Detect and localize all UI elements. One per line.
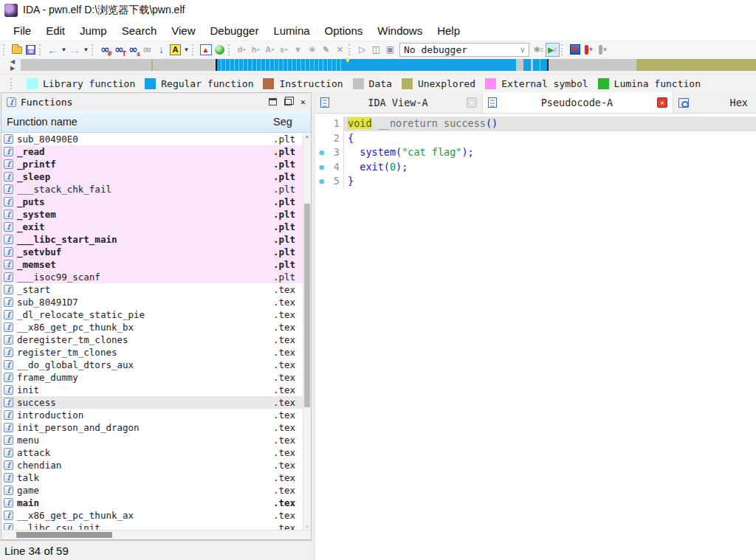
search-next-icon[interactable]: ∞ xyxy=(140,43,154,57)
menu-item-search[interactable]: Search xyxy=(114,23,165,38)
function-row-start[interactable]: f_start.text xyxy=(1,283,303,296)
band-right-arrow-icon[interactable]: ▶ xyxy=(10,65,15,72)
pseudocode-pane[interactable]: 1void __noreturn success()2{●3 system("c… xyxy=(315,114,756,560)
column-segment[interactable]: Seg xyxy=(273,116,292,128)
debugger-selector[interactable]: No debugger ∨ xyxy=(399,43,529,57)
function-row-success[interactable]: fsuccess.text xyxy=(1,396,303,409)
add-breakpoint-icon[interactable]: + xyxy=(582,43,596,57)
toolbar-grip[interactable] xyxy=(561,44,566,55)
create-function-icon[interactable]: ✳ xyxy=(305,43,319,57)
search-bytes-icon[interactable]: ∞s xyxy=(126,43,140,57)
menu-item-edit[interactable]: Edit xyxy=(38,23,72,38)
create-string-icon[interactable]: s+ xyxy=(277,43,291,57)
function-row-deregister-tm-clones[interactable]: fderegister_tm_clones.text xyxy=(1,333,303,346)
function-row-read[interactable]: f_read.plt xyxy=(1,145,303,158)
function-row-x86-get-pc-thunk-bx[interactable]: f__x86_get_pc_thunk_bx.text xyxy=(1,321,303,333)
toolbar-grip[interactable] xyxy=(39,44,44,55)
breakpoint-dot-icon[interactable]: ● xyxy=(315,145,328,160)
jump-to-address-icon[interactable]: ↓ xyxy=(154,43,168,57)
function-row-main[interactable]: fmain.text xyxy=(1,497,303,509)
function-row-menu[interactable]: fmenu.text xyxy=(1,434,303,446)
float-panel-icon[interactable] xyxy=(284,99,292,106)
function-row-libc-start-main[interactable]: f___libc_start_main.plt xyxy=(1,233,303,246)
function-row-isoc99-scanf[interactable]: f___isoc99_scanf.plt xyxy=(1,271,303,283)
forward-history-dropdown-icon[interactable]: ▼ xyxy=(82,43,90,57)
function-row-libc-csu-init[interactable]: f__libc_csu_init.text xyxy=(1,522,303,530)
function-row-dl-relocate-static-pie[interactable]: f_dl_relocate_static_pie.text xyxy=(1,308,303,321)
menu-item-jump[interactable]: Jump xyxy=(72,23,114,38)
function-row-frame-dummy[interactable]: fframe_dummy.text xyxy=(1,371,303,384)
close-panel-icon[interactable]: ✕ xyxy=(300,97,306,107)
toolbar-grip[interactable] xyxy=(3,44,7,55)
column-function-name[interactable]: Function name xyxy=(7,116,78,128)
set-color-icon[interactable]: A xyxy=(168,43,182,57)
horizontal-scrollbar-thumb[interactable] xyxy=(16,532,112,538)
attach-to-process-icon[interactable]: ✱c xyxy=(532,43,546,57)
function-row-sleep[interactable]: f_sleep.plt xyxy=(1,170,303,183)
function-row-printf[interactable]: f_printf.plt xyxy=(1,158,303,170)
toolbar-grip[interactable] xyxy=(228,44,233,55)
functions-column-header[interactable]: Function name Seg xyxy=(1,111,311,133)
color-dropdown-icon[interactable]: ▼ xyxy=(182,43,190,57)
edit-function-icon[interactable]: ✎ xyxy=(319,43,333,57)
menu-item-lumina[interactable]: Lumina xyxy=(266,23,317,38)
function-row-introduction[interactable]: fintroduction.text xyxy=(1,409,303,421)
functions-panel-titlebar[interactable]: f Functions ✕ xyxy=(1,93,311,111)
function-row-exit[interactable]: f_exit.plt xyxy=(1,221,303,233)
maximize-panel-icon[interactable] xyxy=(269,98,277,106)
open-file-icon[interactable] xyxy=(10,43,24,57)
add-name-icon[interactable]: A+ xyxy=(263,43,277,57)
delete-function-icon[interactable]: ✕ xyxy=(333,43,347,57)
breakpoint-dot-icon[interactable]: ● xyxy=(315,174,328,189)
function-row-game[interactable]: fgame.text xyxy=(1,484,303,497)
menu-item-view[interactable]: View xyxy=(164,23,202,38)
search-immediate-icon[interactable]: ∞# xyxy=(98,43,112,57)
function-row-sub-80491d7[interactable]: fsub_80491D7.text xyxy=(1,296,303,308)
search-text-icon[interactable]: ∞T xyxy=(112,43,126,57)
pause-process-icon[interactable]: ◫ xyxy=(369,43,383,57)
vertical-scrollbar-thumb[interactable] xyxy=(304,204,310,407)
function-row-attack[interactable]: fattack.text xyxy=(1,446,303,459)
function-row-stack-chk-fail[interactable]: f___stack_chk_fail.plt xyxy=(1,183,303,196)
function-row-init-person-and-dragon[interactable]: finit_person_and_dragon.text xyxy=(1,421,303,434)
start-process-icon[interactable]: ▷ xyxy=(355,43,369,57)
legend-grip[interactable] xyxy=(10,78,15,89)
navigate-back-icon[interactable]: ← xyxy=(46,43,60,57)
delete-breakpoint-icon[interactable]: × xyxy=(596,43,610,57)
menu-item-file[interactable]: File xyxy=(6,23,38,38)
string-type-dropdown-icon[interactable]: ▼ xyxy=(291,43,305,57)
menu-item-windows[interactable]: Windows xyxy=(370,23,430,38)
scroll-down-icon[interactable]: ▼ xyxy=(303,524,311,529)
band-scroll-arrows[interactable]: ◀ ▶ xyxy=(10,58,15,72)
function-row-init[interactable]: finit.text xyxy=(1,384,303,396)
toolbar-grip[interactable] xyxy=(92,44,96,55)
function-row-sub-80490e0[interactable]: fsub_80490E0.plt xyxy=(1,133,303,145)
function-row-setvbuf[interactable]: f_setvbuf.plt xyxy=(1,246,303,258)
navigate-forward-icon[interactable]: → xyxy=(68,43,82,57)
function-row-register-tm-clones[interactable]: fregister_tm_clones.text xyxy=(1,346,303,359)
tab-hex[interactable]: Hex xyxy=(673,92,756,113)
tab-pseudocode-a[interactable]: Pseudocode-A✕ xyxy=(483,92,673,113)
horizontal-scrollbar[interactable] xyxy=(1,530,311,539)
breakpoint-dot-icon[interactable]: ● xyxy=(315,160,328,175)
menu-item-debugger[interactable]: Debugger xyxy=(203,23,267,38)
menu-item-options[interactable]: Options xyxy=(317,23,371,38)
scroll-up-icon[interactable]: ▲ xyxy=(303,134,311,139)
close-tab-icon[interactable]: ✕ xyxy=(657,97,667,108)
current-position-marker-icon[interactable]: ▼ xyxy=(344,57,351,64)
create-data-decimal-icon[interactable]: d+ xyxy=(235,43,249,57)
tab-ida-view-a[interactable]: IDA View-A✕ xyxy=(315,92,483,113)
toolbar-grip[interactable] xyxy=(348,44,353,55)
function-row-do-global-dtors-aux[interactable]: f__do_global_dtors_aux.text xyxy=(1,359,303,371)
toolbar-grip[interactable] xyxy=(192,44,196,55)
stop-process-icon[interactable]: ▣ xyxy=(383,43,397,57)
save-file-icon[interactable] xyxy=(24,43,38,57)
gutter-spacer[interactable] xyxy=(315,131,328,146)
band-left-arrow-icon[interactable]: ◀ xyxy=(10,58,15,65)
menu-item-help[interactable]: Help xyxy=(430,23,467,38)
function-row-memset[interactable]: f_memset.plt xyxy=(1,258,303,271)
function-row-chendian[interactable]: fchendian.text xyxy=(1,459,303,471)
problems-list-icon[interactable]: ▲ xyxy=(199,43,213,57)
gutter-spacer[interactable] xyxy=(315,117,328,131)
breakpoint-list-icon[interactable] xyxy=(568,43,582,57)
